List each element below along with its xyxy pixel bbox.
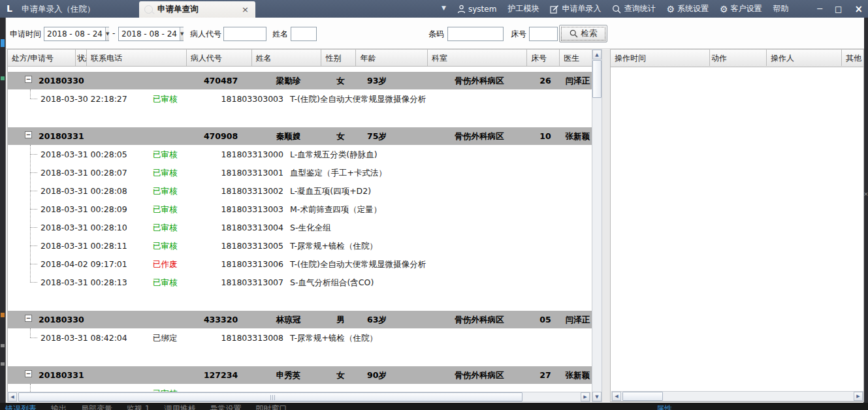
status-badge: 已审核 [153,241,178,252]
group-row[interactable]: −20180330470487梁勤珍女93岁骨伤外科病区26闫泽正 [8,72,592,89]
user-icon [457,5,466,14]
menu-item-6[interactable]: 帮助 [773,3,789,14]
scroll-down-icon[interactable]: ▼ [592,392,602,402]
column-header-3[interactable]: 病人代号 [187,50,252,66]
request-barcode: 181803313003 [210,204,283,214]
ide-tab-0[interactable]: 错误列表 [5,403,37,410]
horizontal-scrollbar[interactable]: ◀ ▶ [7,392,590,402]
operation-log-panel: 操作时间动作操作人其他 ◀ ▶ [610,49,864,402]
group-doctor: 闫泽正 [562,315,592,326]
ide-right-fragment: 属性 [656,403,672,410]
scroll-left-icon[interactable]: ◀ [612,392,621,401]
date-to-combobox[interactable]: 2018 - 08 - 24 ▼ [118,27,184,41]
log-column-header-2[interactable]: 操作人 [767,50,842,66]
group-row[interactable]: −20180330433320林琼冠男63岁骨伤外科病区05闫泽正 [8,311,592,328]
menu-item-1[interactable]: 护工模块 [507,3,539,14]
vertical-scrollbar-thumb[interactable] [592,60,602,98]
request-row[interactable]: 2018-03-31 00:28:05已审核181803313000L-血常规五… [8,145,592,163]
maximize-button[interactable]: □ [835,5,842,14]
request-time: 2018-03-31 00:28:09 [40,204,127,214]
menu-item-4[interactable]: ⚙系统设置 [666,3,709,14]
scroll-up-icon[interactable]: ▲ [592,50,602,59]
screen: L 申请单录入（住院） 申请单查询 × ▼ system护工模块申请单录入查询统… [0,0,868,410]
scroll-left-icon[interactable]: ◀ [8,392,17,402]
close-tab-icon[interactable]: × [240,5,250,14]
status-badge: 已审核 [153,223,178,234]
request-row[interactable]: 2018-03-31 00:28:08已审核181803313002L-凝血五项… [8,181,592,200]
title-bar: L 申请单录入（住院） 申请单查询 × ▼ system护工模块申请单录入查询统… [0,0,868,18]
group-date: 20180331 [39,131,84,141]
request-row[interactable]: 2018-03-31 00:28:13已审核181803313007S-血气分析… [8,273,592,291]
group-gender: 女 [323,370,358,381]
ide-fragment [1,362,5,366]
chevron-down-icon[interactable]: ▼ [105,27,109,40]
request-row[interactable]: 已审核 [8,384,592,392]
request-time: 2018-03-31 00:28:05 [40,150,127,159]
collapse-icon[interactable]: − [25,131,32,138]
column-header-7[interactable]: 科室 [428,50,527,66]
tab-request-entry[interactable]: 申请单录入（住院） [22,4,95,15]
barcode-input[interactable] [447,27,504,41]
name-input[interactable] [291,27,317,41]
scroll-right-icon[interactable]: ▶ [854,392,863,401]
column-header-0[interactable]: 处方/申请号 [8,50,76,66]
request-row[interactable]: 2018-03-31 08:42:04已绑定181803313008T-尿常规+… [8,328,592,347]
ide-panel-tabs: 错误列表输出局部变量监视 1调用堆栈异常设置即时窗口 [5,403,287,410]
request-row[interactable]: 2018-03-31 00:28:11已审核181803313005T-尿常规+… [8,236,592,255]
tab-request-query[interactable]: 申请单查询 × [139,1,255,18]
request-row[interactable]: 2018-04-02 09:17:01已作废181803313006T-(住院)… [8,255,592,273]
scroll-right-icon[interactable]: ▶ [581,392,590,402]
column-header-4[interactable]: 姓名 [252,50,322,66]
horizontal-scrollbar-thumb[interactable] [622,392,663,401]
request-row[interactable]: 2018-03-31 00:28:07已审核181803313001血型鉴定（手… [8,163,592,181]
request-row[interactable]: 2018-03-31 00:28:10已审核181803313004S-生化全组 [8,218,592,236]
menu-item-5[interactable]: ⚙客户设置 [720,3,762,14]
operation-log-horizontal-scrollbar[interactable]: ◀ ▶ [611,391,863,402]
column-header-2[interactable]: 联系电话 [87,50,187,66]
panel-splitter[interactable] [602,49,610,402]
vertical-scrollbar[interactable]: ▲ ▼ [592,49,602,402]
column-header-9[interactable]: 医生 [560,50,592,66]
bed-input[interactable] [529,27,558,41]
group-doctor: 张新颖 [562,370,592,381]
collapse-icon[interactable]: − [25,370,32,377]
horizontal-scrollbar-thumb[interactable] [18,392,522,402]
close-button[interactable]: × [854,3,863,15]
column-header-8[interactable]: 床号 [527,50,560,66]
chevron-down-icon[interactable]: ▼ [180,27,184,40]
menu-item-2[interactable]: 申请单录入 [550,3,601,14]
search-button[interactable]: 检索 [559,25,607,42]
request-row[interactable]: 2018-03-30 22:18:27已审核181803303003T-(住院)… [8,89,592,108]
chevron-down-icon[interactable]: ▼ [442,5,446,11]
minimize-button[interactable]: ─ [817,4,822,14]
log-column-header-3[interactable]: 其他 [842,50,864,66]
log-column-header-1[interactable]: 动作 [710,50,767,66]
ide-tab-2[interactable]: 局部变量 [81,403,112,410]
collapse-icon[interactable]: − [25,76,32,83]
menu-item-0[interactable]: system [457,5,496,14]
collapse-icon[interactable]: − [25,315,32,322]
ide-tab-1[interactable]: 输出 [51,403,67,410]
menu-item-label: 查询统计 [624,3,655,14]
column-header-1[interactable]: 状态 [76,50,87,66]
ide-tab-3[interactable]: 监视 1 [127,403,150,410]
group-patient-id: 127234 [188,370,253,380]
date-from-combobox[interactable]: 2018 - 08 - 24 ▼ [44,27,109,41]
column-header-6[interactable]: 年龄 [356,50,428,66]
thumb-grip [270,395,276,400]
log-column-header-0[interactable]: 操作时间 [611,50,710,66]
request-barcode: 181803313007 [210,277,283,287]
ide-tab-4[interactable]: 调用堆栈 [164,403,195,410]
group-row[interactable]: −20180331470908秦顺嫂女75岁骨伤外科病区10张新颖 [8,127,592,145]
request-row[interactable]: 2018-03-31 00:28:09已审核181803313003M-术前筛查… [8,200,592,218]
group-age: 90岁 [367,370,387,381]
patient-id-input[interactable] [223,27,266,41]
group-row[interactable]: −20180331127234申秀英女90岁骨伤外科病区27张新颖 [8,366,592,384]
status-badge: 已审核 [153,150,178,161]
column-header-5[interactable]: 性别 [321,50,356,66]
menu-item-3[interactable]: 查询统计 [612,3,655,14]
table-body: −20180330470487梁勤珍女93岁骨伤外科病区26闫泽正2018-03… [7,67,592,392]
ide-tab-5[interactable]: 异常设置 [210,403,241,410]
request-barcode: 181803313001 [210,168,283,178]
ide-tab-6[interactable]: 即时窗口 [255,403,287,410]
